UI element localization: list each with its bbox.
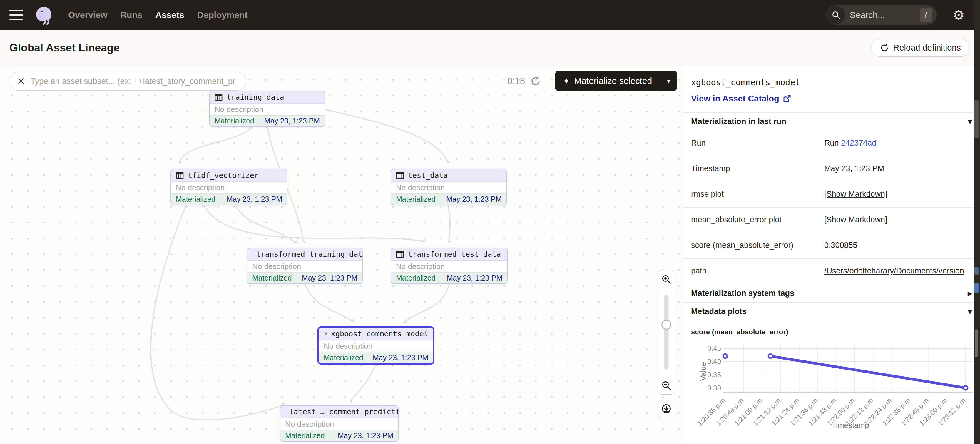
metadata-row-path: path/Users/odetteharary/Documents/versio… — [683, 258, 980, 284]
sparkle-icon: ✦ — [563, 76, 570, 86]
metadata-row-label: score (mean_absolute_error) — [683, 233, 816, 258]
materialized-timestamp: May 23, 1:23 PM — [447, 274, 502, 282]
settings-gear-icon[interactable]: ⚙ — [953, 7, 965, 23]
metadata-row-value: May 23, 1:23 PM — [816, 156, 980, 182]
metadata-value-link[interactable]: [Show Markdown] — [824, 189, 888, 199]
zoom-slider-handle[interactable] — [661, 320, 671, 329]
svg-text:Timestamp: Timestamp — [832, 421, 869, 430]
asset-details-panel: xgboost_comments_model View in Asset Cat… — [682, 66, 980, 444]
materialize-selected-button[interactable]: ✦ Materialize selected ▾ — [555, 70, 677, 91]
metadata-row-value: Run 242374ad — [816, 131, 980, 156]
asset-name: test_data — [408, 171, 448, 180]
materialized-timestamp: May 23, 1:23 PM — [373, 353, 428, 362]
refresh-countdown: 0:18 — [508, 76, 525, 86]
section-materialization-system-tags[interactable]: Materialization system tags ▶ — [683, 284, 980, 302]
search-icon — [827, 6, 845, 24]
asset-node-footer: MaterializedMay 23, 1:23 PM — [171, 194, 287, 205]
metadata-value-text: Run — [824, 138, 841, 147]
section-metadata-plots[interactable]: Metadata plots ▼ — [683, 302, 980, 320]
metadata-value-text: 0.300855 — [824, 241, 858, 250]
materialized-status: Materialized — [396, 274, 436, 282]
asset-node-training_data[interactable]: training_dataNo descriptionMaterializedM… — [209, 91, 325, 127]
metadata-value-text: May 23, 1:23 PM — [824, 164, 884, 173]
metadata-row-timestamp: TimestampMay 23, 1:23 PM — [683, 156, 980, 182]
asset-description: No description — [319, 340, 433, 352]
table-icon — [176, 172, 184, 179]
materialized-status: Materialized — [176, 195, 215, 204]
materialized-status: Materialized — [285, 431, 325, 440]
zoom-controls — [657, 270, 675, 395]
background-window-scrollbar — [975, 329, 978, 357]
asset-node-test_data[interactable]: test_dataNo descriptionMaterializedMay 2… — [391, 169, 507, 205]
materialized-status: Materialized — [396, 195, 436, 204]
table-icon — [396, 250, 404, 258]
reload-definitions-label: Reload definitions — [893, 43, 961, 53]
panel-asset-name: xgboost_comments_model — [691, 78, 972, 88]
nav-links: OverviewRunsAssetsDeployment — [68, 10, 248, 20]
edge-training-to-test — [325, 109, 448, 163]
asset-filter-input[interactable]: ✳ Type an asset subset... (ex: ++latest_… — [9, 72, 246, 91]
top-nav: OverviewRunsAssetsDeployment Search... /… — [0, 0, 980, 30]
asset-node-footer: MaterializedMay 23, 1:23 PM — [210, 115, 325, 126]
chevron-down-icon: ▼ — [968, 308, 972, 315]
zoom-slider-track[interactable] — [664, 295, 669, 369]
metadata-value-link[interactable]: /Users/odetteharary/Documents/version — [824, 266, 964, 275]
materialize-options-caret[interactable]: ▾ — [660, 77, 677, 85]
chart-title: score (mean_absolute_error) — [683, 320, 980, 336]
score-line-chart: 0.450.400.350.301:20:36 p.m.1:20:48 p.m.… — [683, 336, 973, 439]
asset-node-header: transformed_training_data — [248, 248, 362, 261]
nav-item-overview[interactable]: Overview — [68, 10, 107, 20]
table-icon — [215, 93, 223, 101]
metadata-value-link[interactable]: [Show Markdown] — [824, 215, 888, 224]
metadata-row-label: rmse plot — [683, 182, 816, 207]
background-window-fragment — [974, 267, 978, 275]
asset-node-transformed_test_data[interactable]: transformed_test_dataNo descriptionMater… — [391, 248, 508, 284]
reload-definitions-button[interactable]: Reload definitions — [871, 39, 970, 57]
metadata-row-score-mean-absolute-error-: score (mean_absolute_error)0.300855 — [683, 233, 980, 258]
metadata-row-label: path — [683, 259, 816, 284]
edge-transformed-training-to-xgboost — [305, 283, 353, 321]
metadata-row-label: Run — [683, 131, 816, 156]
nav-item-runs[interactable]: Runs — [120, 10, 142, 20]
refresh-icon — [880, 43, 889, 53]
metadata-row-label: Timestamp — [683, 156, 816, 182]
zoom-out-button[interactable] — [658, 376, 675, 394]
asset-node-header: tfidf_vectorizer — [171, 169, 287, 182]
chevron-right-icon: ▶ — [968, 290, 972, 297]
search-input[interactable]: Search... / — [826, 5, 937, 25]
svg-text:0.40: 0.40 — [707, 358, 721, 366]
external-link-icon — [783, 95, 791, 103]
chevron-down-icon: ▼ — [968, 118, 972, 125]
nav-item-deployment[interactable]: Deployment — [197, 10, 248, 20]
asset-node-xgboost_comments_model[interactable]: xgboost_comments_modelNo descriptionMate… — [317, 326, 434, 364]
search-shortcut-badge: / — [920, 8, 932, 22]
metadata-row-run: RunRun 242374ad — [683, 130, 980, 156]
dagster-logo[interactable] — [33, 4, 55, 26]
materialized-timestamp: May 23, 1:23 PM — [227, 195, 282, 204]
asset-node-footer: MaterializedMay 23, 1:23 PM — [319, 352, 433, 363]
metadata-row-mean-absolute-error-plot: mean_absolute_error plot[Show Markdown] — [683, 207, 980, 233]
recenter-graph-button[interactable] — [657, 400, 675, 418]
asset-node-header: test_data — [391, 169, 506, 182]
edge-tfidf-to-transformed-test — [204, 205, 425, 242]
materialized-status: Materialized — [252, 274, 292, 282]
asset-node-latest_comment_predictions[interactable]: latest_…_comment_predictionsNo descripti… — [280, 405, 399, 442]
hamburger-menu-icon[interactable] — [10, 10, 23, 20]
nav-item-assets[interactable]: Assets — [155, 10, 184, 20]
asset-description: No description — [210, 103, 325, 115]
asset-node-header: training_data — [210, 91, 325, 103]
zoom-in-button[interactable] — [658, 270, 675, 288]
section-materialization-in-last-run[interactable]: Materialization in last run ▼ — [683, 112, 980, 130]
asset-node-footer: MaterializedMay 23, 1:23 PM — [248, 272, 362, 283]
asset-name: xgboost_comments_model — [331, 329, 428, 338]
asset-graph-canvas[interactable]: training_dataNo descriptionMaterializedM… — [0, 66, 682, 444]
metadata-value-link[interactable]: 242374ad — [841, 138, 876, 147]
asset-node-footer: MaterializedMay 23, 1:23 PM — [280, 430, 398, 441]
refresh-timer: 0:18 — [508, 72, 541, 91]
asset-node-tfidf_vectorizer[interactable]: tfidf_vectorizerNo descriptionMaterializ… — [170, 169, 288, 205]
refresh-now-icon[interactable] — [530, 76, 541, 86]
metadata-row-value: 0.300855 — [816, 233, 980, 258]
view-in-asset-catalog-link[interactable]: View in Asset Catalog — [691, 94, 972, 103]
asset-node-transformed_training_data[interactable]: transformed_training_dataNo descriptionM… — [247, 248, 363, 284]
edge-training-to-tfidf — [179, 126, 253, 163]
